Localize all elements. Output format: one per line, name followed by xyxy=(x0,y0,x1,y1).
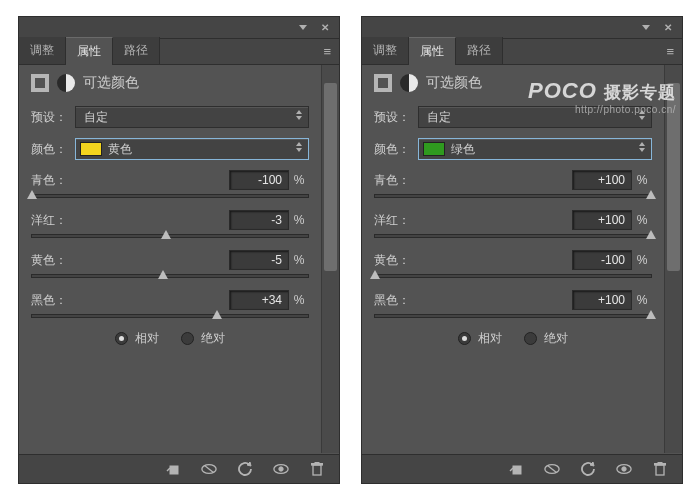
cyan-thumb[interactable] xyxy=(646,190,656,199)
radio-label: 相对 xyxy=(478,330,502,347)
yellow-label: 黄色： xyxy=(374,252,572,269)
percent-label: % xyxy=(289,253,309,267)
preset-dropdown[interactable]: 自定 xyxy=(75,106,309,128)
black-thumb[interactable] xyxy=(646,310,656,319)
magenta-thumb[interactable] xyxy=(646,230,656,239)
color-value: 绿色 xyxy=(451,141,475,158)
vertical-scrollbar[interactable] xyxy=(321,65,339,453)
layer-mask-icon[interactable] xyxy=(57,74,75,92)
magenta-slider[interactable] xyxy=(374,234,652,238)
tab-paths[interactable]: 路径 xyxy=(456,37,503,64)
preset-value: 自定 xyxy=(84,109,108,126)
cyan-label: 青色： xyxy=(31,172,229,189)
black-input[interactable]: +34 xyxy=(229,290,289,310)
radio-icon xyxy=(524,332,537,345)
percent-label: % xyxy=(289,173,309,187)
cyan-input[interactable]: -100 xyxy=(229,170,289,190)
yellow-thumb[interactable] xyxy=(158,270,168,279)
tab-paths[interactable]: 路径 xyxy=(113,37,160,64)
panel-content: 可选颜色 预设： 自定 颜色： 黄色 青色： - xyxy=(19,65,321,453)
cyan-input[interactable]: +100 xyxy=(572,170,632,190)
panel-footer xyxy=(362,454,682,483)
yellow-input[interactable]: -100 xyxy=(572,250,632,270)
radio-absolute[interactable]: 绝对 xyxy=(181,330,225,347)
trash-icon[interactable] xyxy=(309,461,325,477)
cyan-thumb[interactable] xyxy=(27,190,37,199)
preset-value: 自定 xyxy=(427,109,451,126)
tab-bar: 调整 属性 路径 ≡ xyxy=(362,39,682,65)
collapse-arrows-icon[interactable] xyxy=(299,25,307,30)
color-label: 颜色： xyxy=(31,141,75,158)
magenta-input[interactable]: +100 xyxy=(572,210,632,230)
radio-absolute[interactable]: 绝对 xyxy=(524,330,568,347)
panel-menu-icon[interactable]: ≡ xyxy=(666,44,674,59)
yellow-thumb[interactable] xyxy=(370,270,380,279)
collapse-arrows-icon[interactable] xyxy=(642,25,650,30)
magenta-input[interactable]: -3 xyxy=(229,210,289,230)
percent-label: % xyxy=(289,293,309,307)
yellow-input[interactable]: -5 xyxy=(229,250,289,270)
svg-rect-0 xyxy=(170,466,178,474)
panel-selective-color-left: ✕ 调整 属性 路径 ≡ 可选颜色 预设： 自定 颜色： xyxy=(18,16,340,484)
view-previous-icon[interactable] xyxy=(201,461,217,477)
color-label: 颜色： xyxy=(374,141,418,158)
clip-to-layer-icon[interactable] xyxy=(165,461,181,477)
color-dropdown[interactable]: 黄色 xyxy=(75,138,309,160)
black-thumb[interactable] xyxy=(212,310,222,319)
tab-bar: 调整 属性 路径 ≡ xyxy=(19,39,339,65)
radio-relative[interactable]: 相对 xyxy=(458,330,502,347)
tab-adjustments[interactable]: 调整 xyxy=(19,37,66,64)
clip-to-layer-icon[interactable] xyxy=(508,461,524,477)
panel-content: 可选颜色 预设： 自定 颜色： 绿色 青色： + xyxy=(362,65,664,453)
adjustment-type-icon[interactable] xyxy=(374,74,392,92)
visibility-icon[interactable] xyxy=(273,461,289,477)
tab-adjustments[interactable]: 调整 xyxy=(362,37,409,64)
adjustment-type-icon[interactable] xyxy=(31,74,49,92)
color-dropdown[interactable]: 绿色 xyxy=(418,138,652,160)
vertical-scrollbar[interactable] xyxy=(664,65,682,453)
black-input[interactable]: +100 xyxy=(572,290,632,310)
svg-rect-7 xyxy=(513,466,521,474)
yellow-slider[interactable] xyxy=(31,274,309,278)
close-icon[interactable]: ✕ xyxy=(664,22,672,33)
trash-icon[interactable] xyxy=(652,461,668,477)
panel-footer xyxy=(19,454,339,483)
visibility-icon[interactable] xyxy=(616,461,632,477)
preset-label: 预设： xyxy=(374,109,418,126)
black-slider[interactable] xyxy=(374,314,652,318)
magenta-label: 洋红： xyxy=(374,212,572,229)
radio-icon xyxy=(115,332,128,345)
tab-properties[interactable]: 属性 xyxy=(409,37,456,65)
yellow-slider[interactable] xyxy=(374,274,652,278)
radio-label: 绝对 xyxy=(201,330,225,347)
svg-rect-11 xyxy=(656,465,664,475)
panel-title: 可选颜色 xyxy=(426,74,482,92)
reset-icon[interactable] xyxy=(580,461,596,477)
close-icon[interactable]: ✕ xyxy=(321,22,329,33)
reset-icon[interactable] xyxy=(237,461,253,477)
layer-mask-icon[interactable] xyxy=(400,74,418,92)
panel-menu-icon[interactable]: ≡ xyxy=(323,44,331,59)
cyan-slider[interactable] xyxy=(31,194,309,198)
magenta-slider[interactable] xyxy=(31,234,309,238)
panel-title: 可选颜色 xyxy=(83,74,139,92)
radio-label: 相对 xyxy=(135,330,159,347)
radio-relative[interactable]: 相对 xyxy=(115,330,159,347)
color-value: 黄色 xyxy=(108,141,132,158)
black-slider[interactable] xyxy=(31,314,309,318)
yellow-label: 黄色： xyxy=(31,252,229,269)
percent-label: % xyxy=(632,213,652,227)
scrollbar-thumb[interactable] xyxy=(324,83,337,271)
preset-dropdown[interactable]: 自定 xyxy=(418,106,652,128)
view-previous-icon[interactable] xyxy=(544,461,560,477)
panel-topbar: ✕ xyxy=(362,17,682,39)
radio-label: 绝对 xyxy=(544,330,568,347)
svg-rect-6 xyxy=(315,462,319,464)
tab-properties[interactable]: 属性 xyxy=(66,37,113,65)
black-label: 黑色： xyxy=(31,292,229,309)
magenta-thumb[interactable] xyxy=(161,230,171,239)
scrollbar-thumb[interactable] xyxy=(667,83,680,271)
cyan-slider[interactable] xyxy=(374,194,652,198)
color-swatch xyxy=(80,142,102,156)
percent-label: % xyxy=(632,173,652,187)
